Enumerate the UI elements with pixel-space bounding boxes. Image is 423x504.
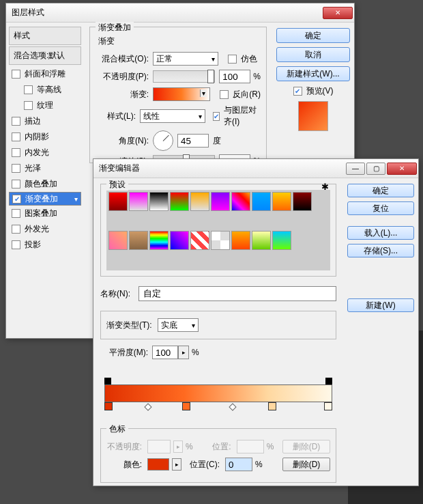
panel-legend: 渐变叠加 (96, 22, 134, 33)
minimize-button[interactable]: — (346, 163, 365, 175)
style-checkbox[interactable] (12, 164, 20, 173)
smooth-step-button[interactable]: ▸ (178, 346, 189, 359)
color-stop[interactable] (324, 402, 332, 410)
new-gradient-button[interactable]: 新建(W) (347, 298, 414, 312)
maximize-button[interactable]: ▢ (366, 163, 385, 175)
arrow-icon[interactable]: ▸ (172, 458, 181, 471)
blend-mode-select[interactable]: 正常 (153, 52, 218, 66)
style-item[interactable]: 渐变叠加 (9, 192, 81, 206)
style-checkbox[interactable] (12, 180, 20, 188)
titlebar[interactable]: 图层样式 ✕ (6, 3, 354, 23)
name-input[interactable] (138, 286, 336, 301)
delete-color-stop-button[interactable]: 删除(D) (282, 458, 330, 471)
preset-swatch[interactable] (108, 231, 128, 250)
style-item[interactable]: 内阴影 (9, 129, 81, 145)
preset-swatch[interactable] (190, 231, 209, 250)
opacity-stop[interactable] (325, 378, 332, 384)
style-checkbox[interactable] (12, 225, 20, 234)
save-button[interactable]: 存储(S)... (347, 244, 414, 257)
gear-icon[interactable]: ✱ (321, 182, 329, 192)
style-item[interactable]: 等高线 (9, 82, 81, 98)
preset-swatch[interactable] (149, 192, 169, 211)
grad-type-select[interactable]: 实底 (158, 318, 199, 332)
reset-button[interactable]: 复位 (347, 201, 414, 215)
midpoint[interactable] (229, 403, 236, 410)
opacity-label: 不透明度(P): (96, 71, 153, 83)
style-checkbox[interactable] (12, 195, 21, 204)
stop-pos-label: 位置: (196, 441, 234, 453)
close-button[interactable]: ✕ (387, 163, 417, 175)
opacity-slider[interactable] (153, 70, 215, 83)
preset-swatch[interactable] (231, 231, 250, 250)
style-item[interactable]: 图案叠加 (9, 206, 81, 221)
load-button[interactable]: 载入(L)... (347, 226, 414, 240)
style-checkbox[interactable] (12, 148, 20, 157)
smooth-input[interactable] (152, 346, 178, 359)
style-checkbox[interactable] (12, 132, 20, 141)
style-label: 渐变叠加 (25, 193, 58, 205)
style-select[interactable]: 线性 (140, 109, 205, 123)
ok-button[interactable]: 确定 (347, 184, 414, 197)
color-stop[interactable] (104, 402, 113, 410)
color-swatch[interactable] (147, 458, 169, 471)
preset-swatch[interactable] (108, 192, 128, 211)
preset-swatch[interactable] (252, 192, 271, 211)
style-item[interactable]: 内发光 (9, 145, 81, 160)
style-item[interactable]: 斜面和浮雕 (9, 66, 81, 82)
preset-swatch[interactable] (211, 192, 230, 211)
style-item[interactable]: 颜色叠加 (9, 176, 81, 192)
gradient-bar[interactable] (100, 368, 336, 424)
titlebar[interactable]: 渐变编辑器 — ▢ ✕ (93, 159, 418, 178)
preset-swatch[interactable] (149, 231, 169, 250)
presets-panel: 预设 ✱ (100, 184, 336, 277)
dither-checkbox[interactable] (228, 55, 237, 64)
opacity-stop[interactable] (104, 378, 111, 384)
styles-header[interactable]: 样式 (9, 27, 81, 45)
preset-swatch[interactable] (170, 192, 189, 211)
style-checkbox[interactable] (12, 70, 20, 79)
preset-swatch[interactable] (252, 231, 271, 250)
gradient-picker[interactable] (153, 87, 210, 101)
sub-legend: 渐变 (98, 36, 261, 47)
preset-swatch[interactable] (293, 192, 312, 211)
preset-swatch[interactable] (272, 192, 291, 211)
color-stop[interactable] (182, 402, 190, 410)
opacity-input[interactable] (219, 70, 250, 83)
midpoint[interactable] (144, 403, 151, 410)
angle-input[interactable] (177, 134, 209, 148)
style-checkbox[interactable] (24, 85, 33, 94)
style-item[interactable]: 投影 (9, 237, 81, 253)
close-button[interactable]: ✕ (323, 7, 353, 19)
style-checkbox[interactable] (12, 209, 20, 218)
style-item[interactable]: 外发光 (9, 221, 81, 237)
blend-options[interactable]: 混合选项:默认 (9, 46, 81, 65)
style-checkbox[interactable] (24, 101, 33, 110)
preset-swatch[interactable] (211, 231, 230, 250)
style-label: 等高线 (37, 84, 61, 96)
preset-swatch[interactable] (272, 231, 291, 250)
style-item[interactable]: 光泽 (9, 160, 81, 176)
preset-swatch[interactable] (129, 231, 148, 250)
style-label: 斜面和浮雕 (25, 68, 65, 80)
stop-pos2-input[interactable] (225, 458, 252, 471)
style-checkbox[interactable] (12, 240, 20, 249)
cancel-button[interactable]: 取消 (276, 47, 350, 62)
style-item[interactable]: 描边 (9, 113, 81, 129)
style-checkbox[interactable] (12, 117, 20, 126)
preset-swatch[interactable] (170, 231, 189, 250)
color-stop[interactable] (268, 402, 276, 410)
ok-button[interactable]: 确定 (276, 28, 350, 43)
reverse-checkbox[interactable] (220, 90, 229, 99)
preset-swatch[interactable] (129, 192, 148, 211)
preset-grid (106, 190, 330, 270)
angle-dial[interactable] (153, 130, 173, 151)
smooth-label: 平滑度(M): (100, 347, 152, 359)
new-style-button[interactable]: 新建样式(W)... (276, 66, 350, 81)
preset-swatch[interactable] (190, 192, 209, 211)
align-checkbox[interactable] (213, 112, 220, 121)
preset-swatch[interactable] (231, 192, 250, 211)
stop-color-label: 颜色: (106, 459, 145, 471)
delete-opacity-stop-button: 删除(D) (282, 440, 330, 453)
style-item[interactable]: 纹理 (9, 98, 81, 113)
preview-checkbox[interactable] (293, 87, 302, 96)
